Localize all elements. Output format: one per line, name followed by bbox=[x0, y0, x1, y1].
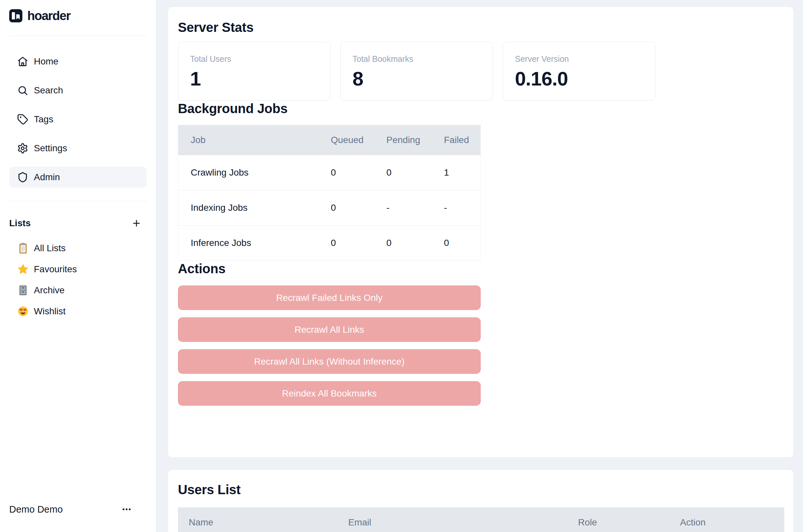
recrawl-failed-links-button[interactable]: Recrawl Failed Links Only bbox=[178, 285, 481, 310]
stat-card-server-version: Server Version 0.16.0 bbox=[503, 42, 655, 101]
admin-panel-card: Server Stats Total Users 1 Total Bookmar… bbox=[168, 6, 794, 458]
queued-count: 0 bbox=[331, 203, 386, 213]
gear-icon bbox=[17, 143, 28, 154]
pending-count: - bbox=[386, 203, 444, 213]
sidebar-item-label: Admin bbox=[34, 172, 60, 183]
lists-header: Lists bbox=[9, 218, 147, 229]
sidebar: hoarder Home Search Tags bbox=[0, 0, 156, 532]
stat-value: 8 bbox=[352, 69, 481, 90]
user-menu[interactable]: Demo Demo bbox=[9, 499, 147, 520]
heart-eyes-emoji-icon bbox=[17, 305, 29, 317]
reindex-all-bookmarks-button[interactable]: Reindex All Bookmarks bbox=[178, 381, 481, 406]
queued-count: 0 bbox=[331, 167, 386, 178]
queued-count: 0 bbox=[331, 238, 386, 248]
background-jobs-table: Job Queued Pending Failed Crawling Jobs … bbox=[178, 125, 481, 261]
table-row-inference-jobs: Inference Jobs 0 0 0 bbox=[178, 226, 480, 261]
server-stats-cards: Total Users 1 Total Bookmarks 8 Server V… bbox=[178, 42, 784, 101]
column-header-email: Email bbox=[348, 517, 371, 528]
job-name: Crawling Jobs bbox=[178, 167, 331, 178]
failed-count: 0 bbox=[444, 238, 481, 248]
users-table-header-row: Name Email Role Action bbox=[178, 507, 784, 532]
sidebar-item-tags[interactable]: Tags bbox=[9, 109, 147, 130]
add-list-button[interactable] bbox=[132, 218, 141, 228]
stat-card-total-users: Total Users 1 bbox=[178, 42, 330, 101]
column-header-failed: Failed bbox=[444, 135, 481, 145]
column-header-name: Name bbox=[189, 517, 213, 528]
sidebar-item-all-lists[interactable]: All Lists bbox=[9, 240, 147, 256]
actions-title: Actions bbox=[178, 261, 784, 277]
failed-count: 1 bbox=[444, 167, 481, 178]
sidebar-nav: Home Search Tags Settings bbox=[9, 51, 147, 188]
table-row-indexing-jobs: Indexing Jobs 0 - - bbox=[178, 190, 480, 226]
logo[interactable]: hoarder bbox=[9, 0, 147, 22]
server-stats-title: Server Stats bbox=[178, 7, 784, 35]
sidebar-item-label: Home bbox=[34, 56, 59, 67]
stat-value: 1 bbox=[190, 69, 318, 90]
stat-label: Server Version bbox=[515, 54, 643, 64]
sidebar-item-wishlist[interactable]: Wishlist bbox=[9, 303, 147, 319]
table-row-crawling-jobs: Crawling Jobs 0 0 1 bbox=[178, 155, 480, 190]
user-name: Demo Demo bbox=[9, 504, 63, 515]
cabinet-emoji-icon bbox=[17, 284, 29, 296]
failed-count: - bbox=[444, 203, 481, 213]
ellipsis-icon[interactable] bbox=[122, 505, 132, 514]
shield-icon bbox=[17, 172, 28, 183]
stat-label: Total Bookmarks bbox=[352, 54, 481, 64]
sidebar-item-search[interactable]: Search bbox=[9, 80, 147, 101]
stat-label: Total Users bbox=[190, 54, 318, 64]
sidebar-item-label: Tags bbox=[34, 114, 53, 125]
hoarder-logo-icon bbox=[9, 9, 22, 22]
actions-buttons: Recrawl Failed Links Only Recrawl All Li… bbox=[178, 285, 481, 406]
sidebar-item-settings[interactable]: Settings bbox=[9, 138, 147, 159]
search-icon bbox=[17, 85, 28, 96]
table-header-row: Job Queued Pending Failed bbox=[178, 125, 480, 155]
list-item-label: Favourites bbox=[34, 264, 77, 274]
column-header-queued: Queued bbox=[331, 135, 386, 145]
job-name: Inference Jobs bbox=[178, 238, 331, 248]
list-item-label: Wishlist bbox=[34, 306, 65, 317]
users-list-title: Users List bbox=[178, 470, 784, 497]
sidebar-item-label: Search bbox=[34, 85, 63, 96]
sidebar-item-home[interactable]: Home bbox=[9, 51, 147, 72]
pending-count: 0 bbox=[386, 167, 444, 178]
column-header-role: Role bbox=[578, 517, 597, 528]
star-emoji-icon bbox=[17, 263, 29, 275]
home-icon bbox=[17, 56, 28, 67]
column-header-job: Job bbox=[178, 135, 331, 145]
background-jobs-title: Background Jobs bbox=[178, 101, 784, 116]
list-item-label: All Lists bbox=[34, 243, 65, 253]
lists-title: Lists bbox=[9, 218, 31, 229]
logo-text: hoarder bbox=[27, 9, 70, 23]
job-name: Indexing Jobs bbox=[178, 203, 331, 213]
clipboard-emoji-icon bbox=[17, 242, 29, 254]
pending-count: 0 bbox=[386, 238, 444, 248]
hoarder-admin-page: hoarder Home Search Tags bbox=[0, 0, 803, 532]
users-list-card: Users List Name Email Role Action bbox=[168, 470, 794, 532]
sidebar-item-favourites[interactable]: Favourites bbox=[9, 261, 147, 277]
divider bbox=[9, 36, 147, 36]
sidebar-item-admin[interactable]: Admin bbox=[9, 167, 147, 188]
stat-value: 0.16.0 bbox=[515, 69, 643, 90]
sidebar-item-archive[interactable]: Archive bbox=[9, 282, 147, 298]
recrawl-all-links-button[interactable]: Recrawl All Links bbox=[178, 317, 481, 342]
column-header-pending: Pending bbox=[386, 135, 444, 145]
recrawl-all-links-without-inference-button[interactable]: Recrawl All Links (Without Inference) bbox=[178, 349, 481, 374]
divider bbox=[9, 201, 147, 201]
tag-icon bbox=[17, 114, 28, 125]
lists: All Lists Favourites bbox=[9, 240, 147, 319]
column-header-action: Action bbox=[680, 517, 706, 528]
list-item-label: Archive bbox=[34, 285, 64, 296]
stat-card-total-bookmarks: Total Bookmarks 8 bbox=[340, 42, 493, 101]
sidebar-item-label: Settings bbox=[34, 143, 67, 154]
